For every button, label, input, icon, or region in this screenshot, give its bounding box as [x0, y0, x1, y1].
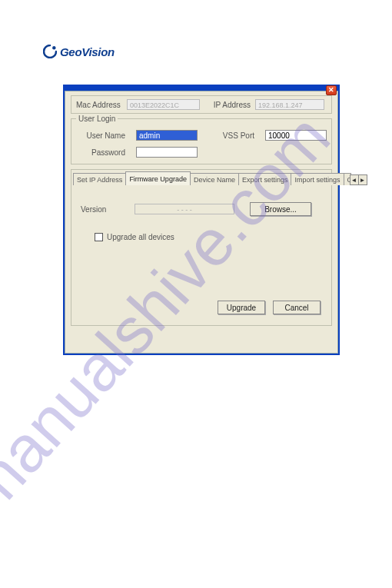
upgrade-all-row: Upgrade all devices — [95, 233, 322, 241]
version-row: Version - - - - Browse... — [81, 202, 322, 216]
cancel-button[interactable]: Cancel — [273, 301, 321, 314]
tab-scroll-right[interactable]: ► — [358, 174, 367, 185]
upgrade-all-checkbox[interactable] — [95, 233, 103, 241]
user-login-legend: User Login — [76, 115, 118, 123]
dialog-window: ✕ Mac Address 0013E2022C1C IP Address 19… — [63, 85, 340, 355]
ip-address-label: IP Address — [204, 101, 251, 109]
brand-name: GeoVision — [60, 45, 115, 58]
tab-import-settings[interactable]: Import settings — [291, 173, 344, 185]
mac-address-field: 0013E2022C1C — [127, 99, 200, 110]
tab-firmware-upgrade[interactable]: Firmware Upgrade — [125, 171, 191, 185]
brand-swirl-icon — [43, 45, 57, 58]
address-row: Mac Address 0013E2022C1C IP Address 192.… — [71, 95, 332, 114]
firmware-upgrade-panel: Version - - - - Browse... Upgrade all de… — [73, 188, 330, 321]
vss-port-input[interactable]: 10000 — [265, 130, 327, 141]
upgrade-all-label: Upgrade all devices — [107, 233, 174, 241]
version-label: Version — [81, 205, 119, 214]
browse-button[interactable]: Browse... — [250, 202, 311, 216]
ip-address-field: 192.168.1.247 — [255, 99, 324, 110]
dialog-action-buttons: Upgrade Cancel — [218, 301, 321, 314]
tabs-container: Set IP Address Firmware Upgrade Device N… — [71, 169, 332, 326]
dialog-content: Mac Address 0013E2022C1C IP Address 192.… — [65, 91, 338, 354]
mac-address-label: Mac Address — [76, 101, 122, 109]
svg-point-0 — [52, 46, 55, 49]
tab-scroll-arrows: ◄ ► — [350, 174, 367, 185]
tab-export-settings[interactable]: Export settings — [238, 173, 292, 185]
password-label: Password — [79, 148, 125, 157]
vss-port-label: VSS Port — [208, 131, 254, 140]
password-input[interactable] — [136, 147, 198, 158]
version-display: - - - - — [135, 204, 234, 214]
user-login-group: User Login User Name admin VSS Port 1000… — [71, 118, 332, 164]
login-grid: User Name admin VSS Port 10000 Password — [79, 130, 327, 158]
brand-logo: GeoVision — [43, 45, 115, 58]
tab-device-name[interactable]: Device Name — [190, 173, 239, 185]
tab-set-ip-address[interactable]: Set IP Address — [73, 173, 126, 185]
username-input[interactable]: admin — [136, 130, 198, 141]
username-label: User Name — [79, 131, 125, 140]
tab-strip: Set IP Address Firmware Upgrade Device N… — [73, 171, 330, 185]
upgrade-button[interactable]: Upgrade — [218, 301, 265, 314]
